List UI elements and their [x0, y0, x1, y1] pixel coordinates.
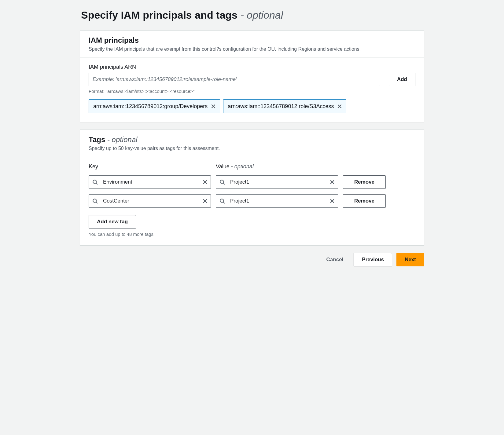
iam-token: arn:aws:iam::123456789012:group/Develope… [89, 99, 220, 113]
svg-point-0 [93, 180, 96, 183]
search-icon [219, 198, 225, 204]
tag-value-input[interactable] [216, 194, 338, 208]
footer-actions: Cancel Previous Next [80, 253, 424, 266]
iam-token: arn:aws:iam::123456789012:role/S3Access [223, 99, 346, 113]
page-title-main: Specify IAM principals and tags [81, 9, 237, 21]
svg-point-1 [220, 180, 223, 183]
clear-input-icon[interactable] [329, 198, 335, 204]
iam-heading: IAM principals [89, 36, 415, 45]
iam-arn-input[interactable] [89, 73, 380, 86]
svg-point-2 [93, 199, 96, 202]
iam-token-list: arn:aws:iam::123456789012:group/Develope… [89, 99, 415, 113]
tag-row: Remove [89, 175, 415, 189]
remove-token-icon[interactable] [211, 104, 216, 109]
next-button[interactable]: Next [396, 253, 424, 266]
tags-limit-hint: You can add up to 48 more tags. [89, 232, 415, 237]
iam-description: Specify the IAM principals that are exem… [89, 46, 415, 53]
tag-key-field [89, 175, 211, 189]
add-arn-button[interactable]: Add [389, 73, 415, 86]
page-title: Specify IAM principals and tags - option… [81, 9, 424, 21]
iam-token-text: arn:aws:iam::123456789012:group/Develope… [93, 103, 208, 110]
remove-tag-button[interactable]: Remove [343, 194, 386, 208]
svg-point-3 [220, 199, 223, 202]
tags-heading-suffix: - optional [105, 135, 137, 144]
tag-key-input[interactable] [89, 194, 211, 208]
clear-input-icon[interactable] [202, 179, 208, 185]
remove-tag-button[interactable]: Remove [343, 175, 386, 189]
tag-value-header: Value - optional [216, 163, 338, 170]
iam-arn-label: IAM principals ARN [89, 64, 415, 70]
tag-row: Remove [89, 194, 415, 208]
tag-key-header: Key [89, 163, 211, 170]
tag-value-suffix: - optional [230, 163, 254, 170]
remove-token-icon[interactable] [337, 104, 342, 109]
iam-token-text: arn:aws:iam::123456789012:role/S3Access [228, 103, 334, 110]
tag-value-field [216, 194, 338, 208]
search-icon [219, 179, 225, 185]
search-icon [92, 198, 98, 204]
add-new-tag-button[interactable]: Add new tag [89, 215, 136, 228]
iam-panel-header: IAM principals Specify the IAM principal… [80, 31, 424, 58]
tag-key-input[interactable] [89, 175, 211, 189]
iam-principals-panel: IAM principals Specify the IAM principal… [80, 30, 424, 122]
clear-input-icon[interactable] [202, 198, 208, 204]
clear-input-icon[interactable] [329, 179, 335, 185]
page-title-suffix: - optional [237, 9, 283, 21]
search-icon [92, 179, 98, 185]
tags-panel-header: Tags - optional Specify up to 50 key-val… [80, 130, 424, 157]
cancel-button[interactable]: Cancel [320, 253, 350, 266]
iam-format-hint: Format: "arn:aws:<iam/sts>::<account>:<r… [89, 89, 415, 94]
tags-description: Specify up to 50 key-value pairs as tags… [89, 145, 415, 152]
tags-panel: Tags - optional Specify up to 50 key-val… [80, 130, 424, 245]
previous-button[interactable]: Previous [354, 253, 392, 266]
tag-key-field [89, 194, 211, 208]
tag-value-field [216, 175, 338, 189]
tag-value-input[interactable] [216, 175, 338, 189]
tags-heading: Tags - optional [89, 135, 415, 144]
